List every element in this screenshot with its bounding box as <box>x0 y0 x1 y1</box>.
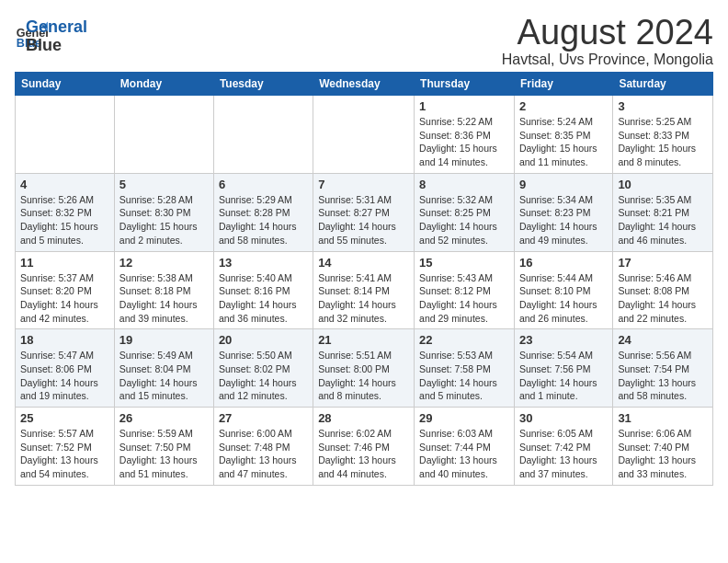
day-number: 24 <box>618 333 708 347</box>
day-number: 20 <box>219 333 308 347</box>
col-header-friday: Friday <box>514 73 612 96</box>
day-info: Sunrise: 5:38 AMSunset: 8:18 PMDaylight:… <box>119 271 209 326</box>
calendar-cell <box>313 96 415 174</box>
day-info: Sunrise: 6:06 AMSunset: 7:40 PMDaylight:… <box>618 427 708 481</box>
day-info: Sunrise: 5:32 AMSunset: 8:25 PMDaylight:… <box>419 193 509 247</box>
calendar-cell: 9Sunrise: 5:34 AMSunset: 8:23 PMDaylight… <box>514 173 612 251</box>
day-number: 9 <box>519 178 608 191</box>
day-info: Sunrise: 5:54 AMSunset: 7:56 PMDaylight:… <box>519 349 608 403</box>
day-number: 30 <box>519 411 608 425</box>
day-info: Sunrise: 5:37 AMSunset: 8:20 PMDaylight:… <box>20 271 109 326</box>
day-info: Sunrise: 5:29 AMSunset: 8:28 PMDaylight:… <box>219 193 308 247</box>
calendar-cell: 21Sunrise: 5:51 AMSunset: 8:00 PMDayligh… <box>313 329 415 408</box>
day-info: Sunrise: 5:25 AMSunset: 8:33 PMDaylight:… <box>618 115 708 169</box>
col-header-thursday: Thursday <box>415 73 515 96</box>
logo-text-blue: Blue <box>26 37 87 55</box>
day-info: Sunrise: 5:46 AMSunset: 8:08 PMDaylight:… <box>618 271 708 326</box>
calendar-cell: 19Sunrise: 5:49 AMSunset: 8:04 PMDayligh… <box>114 329 213 408</box>
day-number: 6 <box>219 178 308 191</box>
calendar-week-row: 11Sunrise: 5:37 AMSunset: 8:20 PMDayligh… <box>16 251 713 329</box>
day-number: 15 <box>419 256 509 270</box>
day-number: 21 <box>318 333 409 347</box>
day-number: 19 <box>119 333 209 347</box>
day-info: Sunrise: 5:50 AMSunset: 8:02 PMDaylight:… <box>219 349 308 403</box>
calendar-cell: 13Sunrise: 5:40 AMSunset: 8:16 PMDayligh… <box>213 251 313 329</box>
col-header-wednesday: Wednesday <box>313 73 415 96</box>
day-info: Sunrise: 5:56 AMSunset: 7:54 PMDaylight:… <box>618 349 708 403</box>
col-header-sunday: Sunday <box>16 73 115 96</box>
day-info: Sunrise: 5:28 AMSunset: 8:30 PMDaylight:… <box>119 193 209 247</box>
day-number: 4 <box>20 178 109 191</box>
col-header-monday: Monday <box>114 73 213 96</box>
calendar-cell: 10Sunrise: 5:35 AMSunset: 8:21 PMDayligh… <box>613 173 713 251</box>
calendar-cell: 2Sunrise: 5:24 AMSunset: 8:35 PMDaylight… <box>514 96 612 174</box>
calendar-cell: 27Sunrise: 6:00 AMSunset: 7:48 PMDayligh… <box>213 408 313 486</box>
calendar-cell: 30Sunrise: 6:05 AMSunset: 7:42 PMDayligh… <box>514 408 612 486</box>
day-number: 23 <box>519 333 608 347</box>
calendar-cell: 22Sunrise: 5:53 AMSunset: 7:58 PMDayligh… <box>415 329 515 408</box>
calendar-cell: 23Sunrise: 5:54 AMSunset: 7:56 PMDayligh… <box>514 329 612 408</box>
day-info: Sunrise: 6:00 AMSunset: 7:48 PMDaylight:… <box>219 427 308 481</box>
calendar-cell: 29Sunrise: 6:03 AMSunset: 7:44 PMDayligh… <box>415 408 515 486</box>
day-number: 10 <box>618 178 708 191</box>
day-number: 26 <box>119 411 209 425</box>
day-info: Sunrise: 5:35 AMSunset: 8:21 PMDaylight:… <box>618 193 708 247</box>
day-number: 27 <box>219 411 308 425</box>
day-number: 29 <box>419 411 509 425</box>
day-number: 3 <box>618 99 708 113</box>
day-info: Sunrise: 5:59 AMSunset: 7:50 PMDaylight:… <box>119 427 209 481</box>
day-number: 31 <box>618 411 708 425</box>
calendar-cell: 3Sunrise: 5:25 AMSunset: 8:33 PMDaylight… <box>613 96 713 174</box>
day-info: Sunrise: 5:43 AMSunset: 8:12 PMDaylight:… <box>419 271 509 326</box>
day-info: Sunrise: 5:47 AMSunset: 8:06 PMDaylight:… <box>20 349 109 403</box>
calendar-week-row: 25Sunrise: 5:57 AMSunset: 7:52 PMDayligh… <box>16 408 713 486</box>
day-number: 13 <box>219 256 308 270</box>
calendar-cell: 7Sunrise: 5:31 AMSunset: 8:27 PMDaylight… <box>313 173 415 251</box>
day-number: 28 <box>318 411 409 425</box>
day-info: Sunrise: 5:51 AMSunset: 8:00 PMDaylight:… <box>318 349 409 403</box>
calendar-table: SundayMondayTuesdayWednesdayThursdayFrid… <box>15 72 713 486</box>
calendar-cell: 28Sunrise: 6:02 AMSunset: 7:46 PMDayligh… <box>313 408 415 486</box>
day-info: Sunrise: 5:40 AMSunset: 8:16 PMDaylight:… <box>219 271 308 326</box>
location-subtitle: Havtsal, Uvs Province, Mongolia <box>502 52 713 68</box>
title-block: August 2024 Havtsal, Uvs Province, Mongo… <box>502 15 713 68</box>
day-number: 22 <box>419 333 509 347</box>
calendar-cell: 12Sunrise: 5:38 AMSunset: 8:18 PMDayligh… <box>114 251 213 329</box>
day-number: 7 <box>318 178 409 191</box>
day-info: Sunrise: 5:22 AMSunset: 8:36 PMDaylight:… <box>419 115 509 169</box>
month-title: August 2024 <box>502 15 713 50</box>
day-info: Sunrise: 5:44 AMSunset: 8:10 PMDaylight:… <box>519 271 608 326</box>
calendar-cell: 17Sunrise: 5:46 AMSunset: 8:08 PMDayligh… <box>613 251 713 329</box>
calendar-cell: 15Sunrise: 5:43 AMSunset: 8:12 PMDayligh… <box>415 251 515 329</box>
day-number: 25 <box>20 411 109 425</box>
day-info: Sunrise: 5:57 AMSunset: 7:52 PMDaylight:… <box>20 427 109 481</box>
calendar-week-row: 18Sunrise: 5:47 AMSunset: 8:06 PMDayligh… <box>16 329 713 408</box>
calendar-cell: 18Sunrise: 5:47 AMSunset: 8:06 PMDayligh… <box>16 329 115 408</box>
logo-text-general: General <box>26 18 87 37</box>
calendar-cell: 24Sunrise: 5:56 AMSunset: 7:54 PMDayligh… <box>613 329 713 408</box>
calendar-cell: 20Sunrise: 5:50 AMSunset: 8:02 PMDayligh… <box>213 329 313 408</box>
calendar-cell: 11Sunrise: 5:37 AMSunset: 8:20 PMDayligh… <box>16 251 115 329</box>
calendar-cell <box>213 96 313 174</box>
day-info: Sunrise: 5:34 AMSunset: 8:23 PMDaylight:… <box>519 193 608 247</box>
calendar-cell <box>16 96 115 174</box>
day-number: 16 <box>519 256 608 270</box>
day-number: 8 <box>419 178 509 191</box>
calendar-cell: 26Sunrise: 5:59 AMSunset: 7:50 PMDayligh… <box>114 408 213 486</box>
day-number: 14 <box>318 256 409 270</box>
calendar-cell: 6Sunrise: 5:29 AMSunset: 8:28 PMDaylight… <box>213 173 313 251</box>
calendar-cell: 25Sunrise: 5:57 AMSunset: 7:52 PMDayligh… <box>16 408 115 486</box>
day-info: Sunrise: 6:03 AMSunset: 7:44 PMDaylight:… <box>419 427 509 481</box>
day-info: Sunrise: 5:49 AMSunset: 8:04 PMDaylight:… <box>119 349 209 403</box>
col-header-tuesday: Tuesday <box>213 73 313 96</box>
day-number: 2 <box>519 99 608 113</box>
day-info: Sunrise: 5:26 AMSunset: 8:32 PMDaylight:… <box>20 193 109 247</box>
calendar-cell <box>114 96 213 174</box>
day-info: Sunrise: 5:31 AMSunset: 8:27 PMDaylight:… <box>318 193 409 247</box>
calendar-cell: 1Sunrise: 5:22 AMSunset: 8:36 PMDaylight… <box>415 96 515 174</box>
day-info: Sunrise: 5:53 AMSunset: 7:58 PMDaylight:… <box>419 349 509 403</box>
col-header-saturday: Saturday <box>613 73 713 96</box>
day-info: Sunrise: 6:02 AMSunset: 7:46 PMDaylight:… <box>318 427 409 481</box>
calendar-cell: 8Sunrise: 5:32 AMSunset: 8:25 PMDaylight… <box>415 173 515 251</box>
day-info: Sunrise: 5:41 AMSunset: 8:14 PMDaylight:… <box>318 271 409 326</box>
